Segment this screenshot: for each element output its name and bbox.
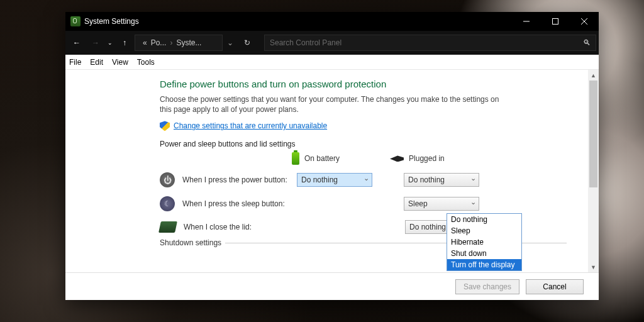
power-button-battery-dropdown[interactable]: Do nothing Sleep Hibernate Shut down Tur…: [447, 213, 522, 271]
menu-edit[interactable]: Edit: [90, 58, 103, 67]
dropdown-option-hibernate[interactable]: Hibernate: [447, 236, 521, 248]
nav-forward-icon[interactable]: →: [87, 34, 104, 52]
scroll-up-icon[interactable]: ▲: [588, 70, 599, 80]
power-button-icon: [160, 172, 175, 187]
system-settings-window: System Settings ← → ⌄ ↑ « Po... › Syste.…: [65, 12, 599, 300]
lid-label: When I close the lid:: [184, 223, 291, 231]
plugged-header-label: Plugged in: [409, 154, 445, 163]
power-button-plugged-combo[interactable]: Do nothing: [404, 173, 479, 187]
power-button-battery-combo[interactable]: Do nothing: [297, 173, 372, 187]
svg-rect-1: [553, 19, 558, 25]
plug-icon: [390, 155, 404, 162]
sleep-button-plugged-combo[interactable]: Sleep: [404, 197, 479, 211]
search-box[interactable]: 🔍︎: [264, 35, 596, 51]
page-description: Choose the power settings that you want …: [160, 94, 512, 114]
scroll-track[interactable]: [588, 80, 599, 262]
battery-icon: [292, 152, 299, 165]
cancel-button[interactable]: Cancel: [526, 279, 584, 294]
menu-file[interactable]: File: [69, 58, 81, 67]
menu-bar: File Edit View Tools: [65, 55, 599, 70]
dialog-footer: Save changes Cancel: [65, 272, 599, 300]
crumb-seg-2[interactable]: Syste...: [176, 38, 201, 47]
lid-icon: [158, 221, 177, 233]
app-icon: [70, 16, 80, 26]
window-title: System Settings: [84, 17, 139, 26]
address-dropdown-icon[interactable]: ⌄: [224, 38, 236, 47]
titlebar[interactable]: System Settings: [65, 12, 599, 31]
maximize-button[interactable]: [541, 12, 570, 31]
battery-header-label: On battery: [304, 154, 340, 163]
close-button[interactable]: [570, 12, 599, 31]
column-header-battery: On battery: [292, 152, 340, 165]
dropdown-option-shut-down[interactable]: Shut down: [447, 248, 521, 259]
section-power-sleep-lid: Power and sleep buttons and lid settings: [160, 140, 567, 148]
dropdown-option-do-nothing[interactable]: Do nothing: [447, 214, 521, 225]
nav-recent-dropdown-icon[interactable]: ⌄: [106, 34, 114, 52]
navigation-bar: ← → ⌄ ↑ « Po... › Syste... ⌄ ↻ 🔍︎: [65, 31, 599, 55]
save-changes-button[interactable]: Save changes: [455, 279, 519, 294]
crumb-seg-1[interactable]: Po...: [151, 38, 167, 47]
menu-tools[interactable]: Tools: [137, 58, 155, 67]
power-button-label: When I press the power button:: [182, 175, 289, 184]
column-header-plugged: Plugged in: [390, 152, 445, 165]
sleep-button-icon: [160, 196, 175, 211]
shield-icon: [160, 121, 170, 131]
vertical-scrollbar[interactable]: ▲ ▼: [588, 70, 599, 272]
nav-back-icon[interactable]: ←: [68, 34, 86, 52]
dropdown-option-sleep[interactable]: Sleep: [447, 225, 521, 236]
change-unavailable-settings-link[interactable]: Change settings that are currently unava…: [174, 121, 327, 130]
page-heading: Define power buttons and turn on passwor…: [160, 79, 567, 89]
crumb-overflow: «: [143, 38, 147, 47]
minimize-button[interactable]: [512, 12, 541, 31]
menu-view[interactable]: View: [112, 58, 128, 67]
section-shutdown-settings: Shutdown settings: [160, 238, 225, 247]
search-icon[interactable]: 🔍︎: [583, 38, 591, 47]
address-breadcrumb[interactable]: « Po... › Syste...: [135, 35, 223, 51]
nav-up-icon[interactable]: ↑: [116, 34, 133, 52]
dropdown-option-turn-off-display[interactable]: Turn off the display: [447, 259, 521, 270]
chevron-right-icon: ›: [170, 38, 172, 47]
search-input[interactable]: [270, 38, 579, 47]
scroll-down-icon[interactable]: ▼: [588, 262, 599, 272]
refresh-icon[interactable]: ↻: [238, 38, 257, 47]
sleep-button-label: When I press the sleep button:: [182, 199, 289, 208]
scroll-thumb[interactable]: [589, 80, 597, 187]
